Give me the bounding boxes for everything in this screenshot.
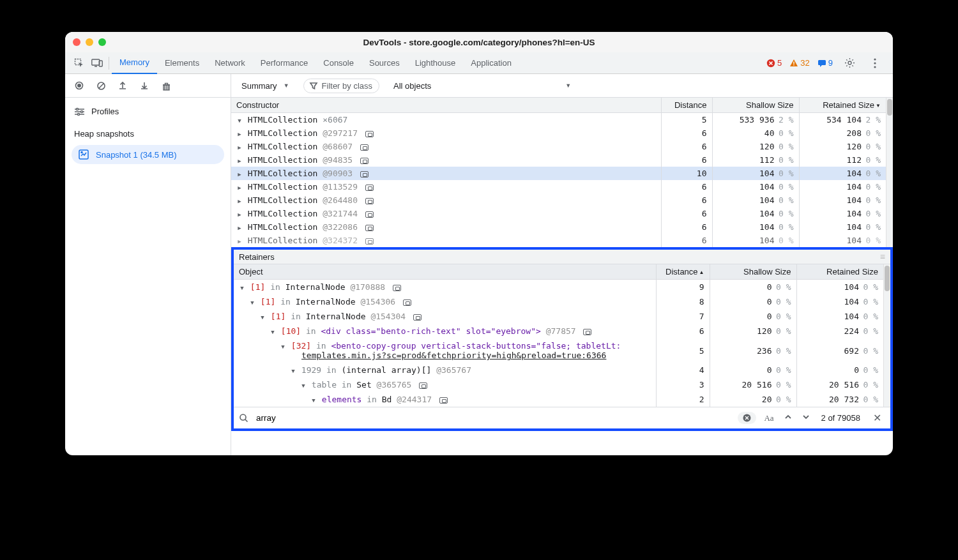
table-row[interactable]: ▼ [1] in InternalNode @170888 900 %1040 …: [234, 280, 883, 295]
col-constructor[interactable]: Constructor: [231, 98, 661, 113]
tab-sources[interactable]: Sources: [361, 52, 407, 74]
tab-elements[interactable]: Elements: [157, 52, 207, 74]
retainers-scrollbar[interactable]: [883, 264, 890, 407]
constructor-section: Constructor Distance Shallow Size Retain…: [231, 98, 893, 247]
table-row[interactable]: ▶ HTMLCollection @94835 61120 %1120 %: [231, 153, 886, 167]
table-row[interactable]: ▼ 1929 in (internal array)[] @365767 400…: [234, 363, 883, 377]
table-row[interactable]: ▼ [1] in InternalNode @154306 800 %1040 …: [234, 294, 883, 309]
table-row[interactable]: ▼ HTMLCollection ×60675533 9362 %534 104…: [231, 113, 886, 127]
svg-point-19: [81, 152, 82, 153]
devtools-window: DevTools - store.google.com/category/pho…: [65, 32, 893, 455]
tab-network[interactable]: Network: [207, 52, 253, 74]
table-row[interactable]: ▶ HTMLCollection @324372 61040 %1040 %: [231, 234, 886, 247]
more-icon[interactable]: [866, 54, 884, 72]
memory-toolbar: Summary▼ Filter by class All objects ▼: [65, 74, 893, 98]
col-retained2[interactable]: Retained Size: [796, 264, 883, 280]
minimize-window-button[interactable]: [86, 38, 93, 46]
close-window-button[interactable]: [73, 38, 80, 46]
toolbar-left: [65, 74, 231, 97]
prev-match-button[interactable]: [782, 413, 795, 423]
svg-point-15: [76, 108, 78, 110]
svg-rect-6: [818, 60, 826, 65]
tab-memory[interactable]: Memory: [112, 52, 157, 74]
svg-point-17: [77, 113, 79, 115]
window-title: DevTools - store.google.com/category/pho…: [65, 38, 893, 47]
table-row[interactable]: ▶ HTMLCollection @322086 61040 %1040 %: [231, 220, 886, 234]
titlebar: DevTools - store.google.com/category/pho…: [65, 32, 893, 52]
retainers-title: Retainers: [239, 252, 275, 262]
col-object[interactable]: Object: [234, 264, 656, 280]
gc-icon[interactable]: [158, 78, 174, 93]
table-row[interactable]: ▶ HTMLCollection @264480 61040 %1040 %: [231, 193, 886, 207]
col-shallow2[interactable]: Shallow Size: [710, 264, 796, 280]
constructor-scrollbar[interactable]: [886, 98, 893, 247]
tab-lighthouse[interactable]: Lighthouse: [407, 52, 464, 74]
device-toolbar-icon[interactable]: [88, 54, 106, 72]
view-select[interactable]: Summary▼: [238, 79, 293, 93]
svg-rect-5: [794, 64, 795, 65]
svg-point-10: [874, 66, 876, 68]
col-shallow[interactable]: Shallow Size: [712, 98, 799, 113]
sliders-icon: [74, 107, 85, 116]
retainers-table: Object Distance▲ Shallow Size Retained S…: [234, 264, 883, 407]
profiles-heading[interactable]: Profiles: [65, 103, 231, 120]
retainers-menu-icon[interactable]: ≡: [880, 252, 885, 262]
clear-search-chip[interactable]: [738, 412, 756, 424]
retainers-title-bar: Retainers ≡: [234, 250, 890, 264]
retainers-panel: Retainers ≡ Object Distance▲ Shallow Siz…: [231, 247, 893, 431]
svg-rect-1: [92, 59, 100, 65]
inspect-element-icon[interactable]: [70, 54, 88, 72]
next-match-button[interactable]: [800, 413, 812, 423]
snapshot-item[interactable]: Snapshot 1 (34.5 MB): [72, 145, 224, 164]
constructor-header-row[interactable]: Constructor Distance Shallow Size Retain…: [231, 98, 886, 113]
save-icon[interactable]: [137, 78, 152, 93]
warning-count[interactable]: 32: [789, 58, 809, 68]
close-search-button[interactable]: ✕: [869, 412, 885, 424]
table-row[interactable]: ▼ table in Set @365765 320 5160 %20 5160…: [234, 377, 883, 392]
col-distance[interactable]: Distance: [661, 98, 712, 113]
table-row[interactable]: ▼ [10] in <div class="bento-rich-text" s…: [234, 324, 883, 338]
svg-rect-4: [794, 61, 795, 64]
tab-application[interactable]: Application: [463, 52, 519, 74]
table-row[interactable]: ▼ [1] in InternalNode @154304 700 %1040 …: [234, 309, 883, 324]
table-row[interactable]: ▶ HTMLCollection @113529 61040 %1040 %: [231, 180, 886, 193]
svg-point-12: [77, 84, 81, 87]
table-row[interactable]: ▼ elements in Bd @244317 2200 %20 7320 %: [234, 392, 883, 407]
snapshot-icon: [78, 149, 89, 160]
svg-point-16: [80, 110, 82, 112]
scope-select[interactable]: All objects ▼: [390, 79, 575, 93]
table-row[interactable]: ▶ HTMLCollection @297217 6400 %2080 %: [231, 126, 886, 140]
maximize-window-button[interactable]: [98, 38, 106, 46]
table-row[interactable]: ▶ HTMLCollection @321744 61040 %1040 %: [231, 207, 886, 220]
search-count: 2 of 79058: [817, 413, 864, 423]
col-distance2[interactable]: Distance▲: [656, 264, 710, 280]
clear-icon[interactable]: [93, 78, 109, 93]
status-icons: 5 32 9: [766, 54, 888, 72]
svg-point-9: [874, 62, 876, 64]
record-icon[interactable]: [72, 78, 87, 93]
tab-console[interactable]: Console: [316, 52, 361, 74]
constructor-table: Constructor Distance Shallow Size Retain…: [231, 98, 886, 247]
window-controls: [73, 38, 106, 46]
retainers-header-row[interactable]: Object Distance▲ Shallow Size Retained S…: [234, 264, 883, 280]
table-row[interactable]: ▶ HTMLCollection @68607 61200 %1200 %: [231, 140, 886, 153]
load-icon[interactable]: [115, 78, 130, 93]
svg-point-20: [240, 414, 246, 420]
search-icon: [239, 413, 248, 423]
main: Profiles Heap snapshots Snapshot 1 (34.5…: [65, 98, 893, 455]
search-input[interactable]: [254, 411, 733, 425]
settings-icon[interactable]: [840, 54, 858, 72]
toolbar-right: Summary▼ Filter by class All objects ▼: [231, 74, 893, 97]
message-count[interactable]: 9: [817, 58, 833, 68]
match-case-toggle[interactable]: Aa: [761, 413, 776, 423]
grid-wrap: Constructor Distance Shallow Size Retain…: [231, 98, 893, 455]
filter-icon: [309, 81, 318, 90]
col-retained[interactable]: Retained Size▼: [799, 98, 886, 113]
heap-snapshots-label: Heap snapshots: [65, 120, 231, 142]
tab-performance[interactable]: Performance: [253, 52, 316, 74]
error-count[interactable]: 5: [766, 58, 782, 68]
table-row[interactable]: ▶ HTMLCollection @90903 101040 %1040 %: [231, 167, 886, 180]
svg-point-8: [874, 58, 876, 60]
class-filter[interactable]: Filter by class: [303, 79, 379, 93]
table-row[interactable]: ▼ [32] in <bento-copy-group vertical-sta…: [234, 338, 883, 363]
